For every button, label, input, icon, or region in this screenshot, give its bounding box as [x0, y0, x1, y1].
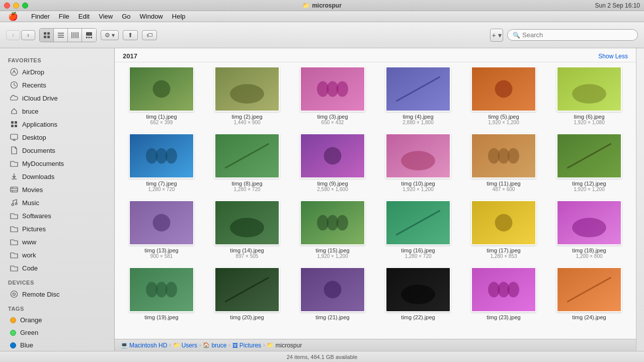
action-button[interactable]: ⚙ ▾: [101, 30, 119, 40]
svg-rect-18: [15, 121, 17, 124]
sidebar-item-tag-orange[interactable]: Orange: [2, 314, 112, 326]
photo-thumb-2: [214, 66, 280, 112]
photo-item-5[interactable]: timg (5).jpeg1,920 × 1,200: [465, 66, 542, 125]
breadcrumb-bruce[interactable]: 🏠 bruce: [203, 342, 226, 349]
photo-item-4[interactable]: timg (4).jpeg2,880 × 1,800: [379, 66, 457, 125]
search-input[interactable]: [522, 31, 623, 39]
sidebar-item-icloud[interactable]: iCloud Drive: [2, 92, 112, 104]
sidebar-item-recents[interactable]: Recents: [2, 79, 112, 91]
photo-item-20[interactable]: timg (20).jpeg: [208, 267, 286, 320]
minimize-button[interactable]: [13, 3, 19, 9]
photo-thumb-12: [556, 133, 622, 178]
photo-item-21[interactable]: timg (21).jpeg: [294, 267, 371, 320]
photo-dims-5: 1,920 × 1,200: [488, 120, 519, 125]
photo-item-9[interactable]: timg (9).jpeg2,580 × 1,600: [294, 133, 371, 192]
breadcrumb-pictures[interactable]: 🖼 Pictures: [232, 342, 261, 349]
sidebar-item-airdrop[interactable]: AirDrop: [2, 66, 112, 78]
breadcrumb-sep-4: ›: [263, 342, 265, 348]
photo-item-12[interactable]: timg (12).jpeg1,920 × 1,200: [550, 133, 628, 192]
photo-item-10[interactable]: timg (10).jpeg1,920 × 1,200: [379, 133, 457, 192]
photo-dims-16: 1,280 × 720: [405, 253, 431, 259]
photo-item-14[interactable]: timg (14).jpeg897 × 505: [208, 200, 286, 259]
photo-item-13[interactable]: timg (13).jpeg900 × 581: [123, 200, 200, 259]
photo-item-6[interactable]: timg (6).jpeg1,920 × 1,080: [550, 66, 628, 125]
photo-item-23[interactable]: timg (23).jpeg: [465, 267, 542, 320]
photo-item-18[interactable]: timg (18).jpeg1,200 × 800: [550, 200, 628, 259]
sidebar-item-code[interactable]: Code: [2, 262, 112, 274]
fullscreen-button[interactable]: [22, 3, 28, 9]
photo-item-7[interactable]: timg (7).jpeg1,280 × 720: [123, 133, 200, 192]
sidebar-label-music: Music: [22, 199, 39, 207]
photo-item-16[interactable]: timg (16).jpeg1,280 × 720: [379, 200, 457, 259]
photo-item-17[interactable]: timg (17).jpeg1,280 × 853: [465, 200, 542, 259]
photo-item-11[interactable]: timg (11).jpeg487 × 600: [465, 133, 542, 192]
back-button[interactable]: ‹: [6, 30, 20, 40]
photo-name-20: timg (20).jpeg: [230, 314, 264, 320]
close-button[interactable]: [4, 3, 10, 9]
photo-name-21: timg (21).jpeg: [315, 314, 349, 320]
sidebar-item-remotedisc[interactable]: Remote Disc: [2, 288, 112, 300]
sidebar-item-tag-green[interactable]: Green: [2, 327, 112, 338]
sidebar-item-applications[interactable]: Applications: [2, 118, 112, 130]
search-bar[interactable]: 🔍: [507, 29, 638, 41]
list-view-button[interactable]: [54, 29, 68, 42]
photo-item-1[interactable]: timg (1).jpeg662 × 399: [123, 66, 200, 125]
photo-dims-6: 1,920 × 1,080: [574, 120, 604, 125]
column-view-button[interactable]: [68, 29, 82, 42]
photo-name-6: timg (6).jpeg: [574, 114, 604, 120]
toolbar: ‹ › ⚙ ▾ ⬆ 🏷 + ▾ 🔍: [0, 22, 644, 48]
sidebar-label-code: Code: [22, 264, 38, 272]
sidebar-item-documents[interactable]: Documents: [2, 144, 112, 156]
photo-dims-2: 1,440 × 900: [233, 120, 260, 125]
sidebar-item-bruce[interactable]: bruce: [2, 105, 112, 117]
sidebar-item-music[interactable]: Music: [2, 197, 112, 209]
menu-edit[interactable]: Edit: [74, 12, 94, 21]
sidebar-item-pictures[interactable]: Pictures: [2, 223, 112, 235]
breadcrumb-macintoshhd[interactable]: 💻 Macintosh HD: [121, 342, 167, 349]
photo-item-22[interactable]: timg (22).jpeg: [379, 267, 457, 320]
show-less-button[interactable]: Show Less: [598, 53, 628, 60]
menu-file[interactable]: File: [55, 12, 73, 21]
photo-item-2[interactable]: timg (2).jpeg1,440 × 900: [208, 66, 286, 125]
sidebar-label-recents: Recents: [22, 81, 46, 89]
apple-menu[interactable]: 🍎: [4, 11, 22, 22]
year-label: 2017: [123, 52, 137, 60]
folder-icon: 📁: [302, 2, 310, 9]
sidebar-item-desktop[interactable]: Desktop: [2, 131, 112, 143]
breadcrumb-microspur[interactable]: 📁 microspur: [267, 342, 302, 349]
sidebar-item-tag-blue[interactable]: Blue: [2, 339, 112, 351]
add-button[interactable]: + ▾: [490, 29, 503, 42]
breadcrumb-users[interactable]: 📁 Users: [173, 342, 197, 349]
menu-help[interactable]: Help: [168, 12, 190, 21]
photo-item-3[interactable]: timg (3).jpeg650 × 432: [294, 66, 371, 125]
forward-button[interactable]: ›: [21, 30, 35, 40]
bruce-folder-icon: 🏠: [203, 342, 210, 348]
icon-view-button[interactable]: [40, 29, 54, 42]
macintosh-icon: 💻: [121, 342, 128, 348]
sidebar-item-mydocuments[interactable]: MyDocuments: [2, 157, 112, 169]
photo-item-24[interactable]: timg (24).jpeg: [550, 267, 628, 320]
photo-thumb-15: [300, 200, 365, 245]
photo-name-11: timg (11).jpeg: [487, 180, 520, 187]
photo-grid: timg (1).jpeg662 × 399timg (2).jpeg1,440…: [123, 66, 628, 320]
documents-icon: [10, 146, 18, 154]
menu-go[interactable]: Go: [118, 12, 134, 21]
menu-window[interactable]: Window: [136, 12, 167, 21]
photo-item-8[interactable]: timg (8).jpeg1,280 × 720: [208, 133, 286, 192]
sidebar-item-movies[interactable]: Movies: [2, 184, 112, 196]
sidebar-item-downloads[interactable]: Downloads: [2, 170, 112, 183]
gallery-view-button[interactable]: [82, 29, 96, 42]
status-text: 24 items, 484.1 GB available: [287, 354, 358, 360]
menu-view[interactable]: View: [95, 12, 117, 21]
menu-finder[interactable]: Finder: [27, 12, 54, 21]
svg-rect-21: [11, 134, 18, 139]
pictures-folder-icon: 🖼: [232, 342, 238, 348]
sidebar-item-work[interactable]: work: [2, 249, 112, 261]
photo-item-19[interactable]: timg (19).jpeg: [123, 267, 200, 320]
sidebar-item-www[interactable]: www: [2, 236, 112, 248]
sidebar-item-softwares[interactable]: Softwares: [2, 210, 112, 222]
photo-item-15[interactable]: timg (15).jpeg1,920 × 1,200: [294, 200, 371, 259]
share-button[interactable]: ⬆: [123, 30, 138, 40]
mydocuments-icon: [10, 159, 18, 167]
tag-button[interactable]: 🏷: [142, 30, 157, 40]
